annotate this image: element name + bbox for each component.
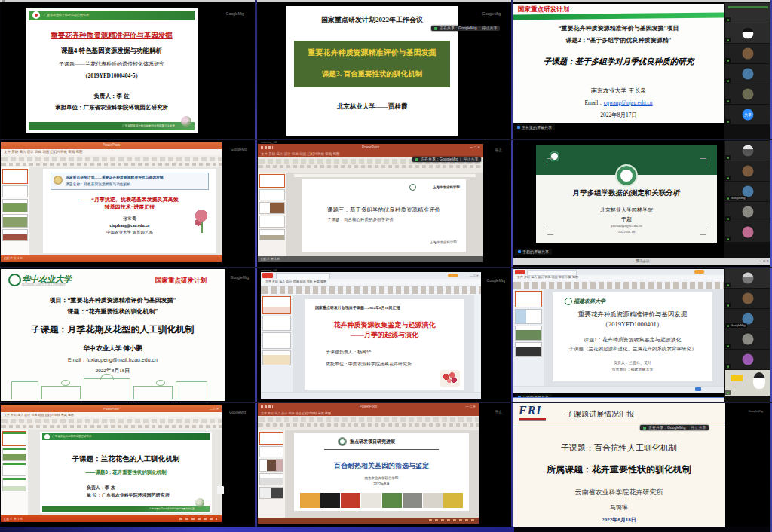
upgrade-pill[interactable] xyxy=(448,274,458,277)
ppt-tabs[interactable]: 文件 开始 插入 设计 切换 动画 幻灯片放映 审阅 视图 xyxy=(4,150,83,154)
slide-thumbnail[interactable] xyxy=(259,487,283,499)
wps-file-tab[interactable] xyxy=(262,273,273,278)
participant-video[interactable] xyxy=(725,268,771,288)
slide-thumbnail-panel[interactable] xyxy=(258,173,287,256)
participant-video[interactable] xyxy=(725,161,771,181)
slide-thumbnail[interactable] xyxy=(259,216,285,228)
slide-thumbnail[interactable] xyxy=(2,463,26,476)
slide-thumbnail-panel[interactable] xyxy=(1,430,29,515)
participant-video[interactable] xyxy=(725,84,771,104)
wps-tabs[interactable]: 文件 开始 插入 设计 切换 动画 放映 审阅 视图 xyxy=(265,280,326,283)
wps-status-bar[interactable] xyxy=(261,392,481,399)
ppt-title-bar[interactable]: PowerPoint — □ ✕ xyxy=(258,403,479,411)
slide-thumbnail[interactable] xyxy=(2,229,28,241)
slide-thumbnail[interactable] xyxy=(259,174,285,188)
slide-thumbnail[interactable] xyxy=(2,185,28,197)
ppt-status-bar[interactable] xyxy=(258,518,479,524)
ppt-ribbon[interactable] xyxy=(1,417,222,430)
wps-title-bar[interactable]: — □ ✕ xyxy=(261,272,481,279)
slide-thumbnail[interactable] xyxy=(259,229,285,240)
email-link[interactable]: cqwang@njau.edu.cn xyxy=(604,99,653,106)
participant-video[interactable] xyxy=(725,202,771,222)
slide-thumbnail[interactable] xyxy=(2,431,26,446)
wps-toolbar[interactable] xyxy=(261,284,481,295)
ppt-status-bar[interactable]: 幻灯片 第 1 张 xyxy=(1,255,222,262)
ppt-status-bar[interactable]: 幻灯片 第 1 张 xyxy=(1,515,222,522)
slide-subtitle: ——课题3：花卉重要性状的驯化机制 xyxy=(40,469,212,476)
slide-thumbnail[interactable] xyxy=(2,214,28,228)
participant-video[interactable] xyxy=(725,23,771,43)
ppt-tabs[interactable]: 文件 开始 插入 设计 切换 动画 幻灯片放映 审阅 视图 xyxy=(261,411,331,415)
participant-video[interactable] xyxy=(725,3,771,23)
ppt-tabs[interactable]: 文件 开始 插入 设计 切换 动画 幻灯片放映 审阅 视图 xyxy=(261,152,340,156)
wps-status-bar[interactable] xyxy=(513,386,724,393)
ppt-ribbon[interactable] xyxy=(1,155,222,168)
stop-share-button[interactable]: 停止共享 xyxy=(688,426,706,430)
ppt-tab-row[interactable]: 文件 开始 插入 设计 切换 动画 幻灯片放映 审阅 视图 xyxy=(1,149,222,155)
upgrade-pill[interactable] xyxy=(694,270,704,274)
slide-thumbnail[interactable] xyxy=(262,332,291,349)
share-owner-text: 于超的屏幕共享 xyxy=(522,249,549,254)
slide-thumbnail[interactable] xyxy=(2,448,26,461)
slide-thumbnail-panel[interactable] xyxy=(513,289,544,387)
popout-box[interactable] xyxy=(217,486,224,494)
ppt-title-bar[interactable]: PowerPoint — □ ✕ xyxy=(1,405,222,412)
ppt-tab-row[interactable]: 文件 开始 插入 设计 切换 动画 幻灯片放映 审阅 视图 xyxy=(1,412,222,417)
window-controls[interactable]: — □ ✕ xyxy=(466,405,476,408)
participant-panel: GoogleMtg xyxy=(724,140,772,258)
slide-thumbnail[interactable] xyxy=(259,446,283,457)
ppt-status-bar[interactable]: 幻灯片 第 1 张 xyxy=(258,256,483,262)
window-controls[interactable]: — □ ✕ xyxy=(470,145,481,149)
slide-thumbnail[interactable] xyxy=(259,189,285,200)
slide-thumbnail[interactable] xyxy=(262,316,291,331)
participant-video[interactable]: GoogleMtg xyxy=(725,309,771,329)
participant-video[interactable] xyxy=(725,350,771,369)
slide-thumbnail[interactable] xyxy=(515,309,542,324)
playback-button[interactable] xyxy=(695,387,701,391)
slide-thumbnail[interactable] xyxy=(2,199,28,212)
slide-thumbnail[interactable] xyxy=(515,326,542,341)
participant-video-sharing[interactable]: 共享 xyxy=(725,105,771,124)
window-controls[interactable]: — □ ✕ xyxy=(759,259,770,263)
slide-thumbnail-panel[interactable] xyxy=(258,430,286,518)
window-controls[interactable]: — □ ✕ xyxy=(210,407,219,411)
ppt-tab-row[interactable]: 文件 开始 插入 设计 切换 动画 幻灯片放映 审阅 视图 xyxy=(258,411,479,416)
slide-thumbnail[interactable] xyxy=(259,202,285,214)
ppt-title-bar[interactable]: PowerPoint — □ ✕ xyxy=(258,144,483,151)
ppt-ribbon[interactable] xyxy=(258,416,479,431)
wps-tabs[interactable]: 文件 开始 插入 设计 切换 动画 放映 审阅 视图 xyxy=(517,275,578,279)
slide-thumbnail[interactable] xyxy=(262,296,291,314)
window-controls[interactable]: — □ ✕ xyxy=(470,274,479,277)
slide-thumbnail[interactable] xyxy=(515,342,542,357)
slide-thumbnail-panel[interactable] xyxy=(261,295,293,393)
stop-share-button[interactable]: 停止共享 xyxy=(460,157,478,161)
ppt-title-bar[interactable]: PowerPoint xyxy=(1,142,222,149)
ppt-tabs[interactable]: 文件 开始 插入 设计 切换 动画 幻灯片放映 审阅 视图 xyxy=(4,413,74,417)
slide-thumbnail[interactable] xyxy=(259,432,283,445)
wps-file-tab[interactable] xyxy=(515,270,525,274)
slide-thumbnail[interactable] xyxy=(259,473,283,485)
participant-panel: 共享 xyxy=(724,2,772,139)
slide-thumbnail[interactable] xyxy=(259,459,283,472)
slide-thumbnail[interactable] xyxy=(2,478,26,491)
status-icons[interactable] xyxy=(429,519,474,521)
participant-video-penguin[interactable] xyxy=(725,370,771,396)
wps-menu-row[interactable]: 文件 开始 插入 设计 切换 动画 放映 审阅 视图 xyxy=(261,279,481,284)
participant-video[interactable] xyxy=(725,44,771,63)
wps-toolbar[interactable] xyxy=(513,280,724,290)
slide-thumbnail[interactable] xyxy=(515,291,542,307)
slide-thumbnail-panel[interactable] xyxy=(1,167,30,255)
participant-video[interactable] xyxy=(725,329,771,349)
slide-thumbnail[interactable] xyxy=(262,350,291,365)
participant-video[interactable]: GoogleMtg xyxy=(725,182,771,201)
participant-video[interactable] xyxy=(725,222,771,242)
zoom-controls[interactable] xyxy=(179,518,217,520)
wps-side-toolbar[interactable] xyxy=(473,295,481,393)
meeting-window-bar[interactable]: 腾讯会议 — □ ✕ xyxy=(513,258,772,265)
participant-video[interactable] xyxy=(725,289,771,308)
participant-video[interactable] xyxy=(725,141,771,161)
stop-share-button[interactable]: 停止共享 xyxy=(479,26,497,30)
participant-video[interactable] xyxy=(725,64,771,84)
wps-title-bar[interactable] xyxy=(513,269,724,275)
slide-thumbnail[interactable] xyxy=(2,169,28,184)
